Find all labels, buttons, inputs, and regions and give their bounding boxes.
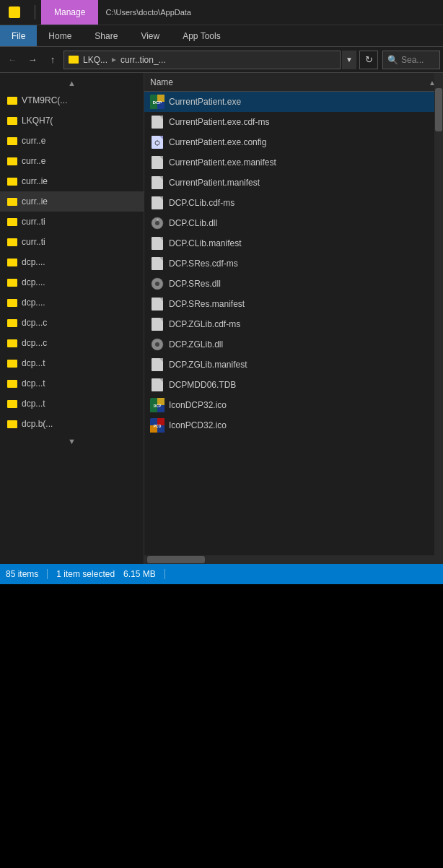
sidebar-item-label-2: curr..e (22, 136, 45, 146)
title-bar: Manage C:\Users\docto\AppData (0, 0, 443, 25)
sidebar-item-13[interactable]: dcp...t (0, 353, 144, 373)
sidebar-item-15[interactable]: dcp...t (0, 394, 144, 414)
dll-icon: ⚙ (151, 217, 164, 230)
breadcrumb-bar[interactable]: LKQ... ► curr..tion_... (63, 51, 341, 69)
horizontal-scrollbar[interactable] (144, 555, 434, 564)
sidebar-item-11[interactable]: dcp...c (0, 313, 144, 333)
manage-tab[interactable]: Manage (41, 0, 98, 25)
file-name-3: CurrentPatient.exe.manifest (169, 157, 276, 168)
file-icon-3 (150, 155, 165, 170)
file-name-6: DCP.CLib.dll (169, 218, 217, 228)
generic-file-icon (152, 196, 163, 209)
back-button[interactable]: ← (3, 51, 22, 69)
file-item-14[interactable]: DCPMDD06.TDB (144, 375, 443, 395)
sidebar-item-label-13: dcp...t (22, 358, 45, 368)
file-item-4[interactable]: CurrentPatient.manifest (144, 173, 443, 193)
sidebar-scroll-up[interactable]: ▲ (0, 76, 144, 90)
file-name-12: DCP.ZGLib.dll (169, 339, 223, 350)
tab-home-label: Home (48, 31, 71, 41)
search-bar[interactable]: 🔍 Sea... (382, 51, 440, 69)
file-item-8[interactable]: DCP.SRes.cdf-ms (144, 253, 443, 274)
file-icon-16: PCD (150, 418, 165, 433)
file-item-0[interactable]: DCP CurrentPatient.exe (144, 92, 443, 112)
title-path-text: C:\Users\docto\AppData (105, 8, 191, 17)
file-item-13[interactable]: DCP.ZGLib.manifest (144, 355, 443, 375)
file-icon-15: DCP (150, 398, 165, 412)
sidebar-item-14[interactable]: dcp...t (0, 373, 144, 394)
file-name-13: DCP.ZGLib.manifest (169, 360, 247, 370)
file-icon-4 (150, 175, 165, 190)
folder-icon (7, 380, 17, 388)
file-item-1[interactable]: CurrentPatient.exe.cdf-ms (144, 112, 443, 132)
sidebar-item-label-8: dcp.... (22, 257, 45, 267)
sidebar-item-10[interactable]: dcp.... (0, 292, 144, 313)
file-icon-9 (150, 277, 165, 291)
file-item-10[interactable]: DCP.SRes.manifest (144, 294, 443, 314)
sidebar-item-5[interactable]: curr..ie (0, 191, 144, 212)
scrollbar-h-thumb[interactable] (147, 556, 205, 563)
file-icon-7 (150, 236, 165, 251)
file-name-11: DCP.ZGLib.cdf-ms (169, 319, 240, 329)
file-item-7[interactable]: DCP.CLib.manifest (144, 233, 443, 253)
folder-icon (7, 339, 17, 347)
folder-icon (7, 137, 17, 145)
file-item-5[interactable]: DCP.CLib.cdf-ms (144, 193, 443, 213)
file-name-8: DCP.SRes.cdf-ms (169, 259, 238, 269)
title-path: C:\Users\docto\AppData (98, 8, 443, 17)
tab-file[interactable]: File (0, 25, 37, 46)
sidebar-item-7[interactable]: curr..ti (0, 232, 144, 252)
file-icon-0: DCP (150, 95, 165, 109)
file-item-16[interactable]: PCD IconPCD32.ico (144, 415, 443, 435)
forward-button[interactable]: → (23, 51, 42, 69)
sidebar-item-label-15: dcp...t (22, 399, 45, 409)
sidebar-item-label-1: LKQH7( (22, 116, 53, 126)
file-item-2[interactable]: CurrentPatient.exe.config (144, 132, 443, 152)
file-icon-1 (150, 115, 165, 129)
file-item-3[interactable]: CurrentPatient.exe.manifest (144, 152, 443, 173)
file-icon-14 (150, 378, 165, 392)
sidebar-item-0[interactable]: VTM9RC(... (0, 90, 144, 110)
refresh-button[interactable]: ↻ (359, 51, 378, 69)
scrollbar-v-thumb[interactable] (435, 88, 442, 131)
sidebar-item-2[interactable]: curr..e (0, 131, 144, 151)
file-item-6[interactable]: ⚙ DCP.CLib.dll (144, 213, 443, 233)
file-item-12[interactable]: DCP.ZGLib.dll (144, 334, 443, 355)
file-name-9: DCP.SRes.dll (169, 279, 221, 289)
folder-icon (7, 360, 17, 368)
tab-apptools[interactable]: App Tools (171, 25, 232, 46)
folder-icon (7, 198, 17, 206)
up-button[interactable]: ↑ (43, 51, 62, 69)
app-icon (9, 6, 20, 18)
file-name-1: CurrentPatient.exe.cdf-ms (169, 117, 269, 127)
sidebar-item-label-14: dcp...t (22, 378, 45, 389)
folder-icon (7, 97, 17, 105)
dll-icon (151, 338, 164, 351)
sidebar-item-16[interactable]: dcp.b(... (0, 414, 144, 434)
generic-file-icon (152, 156, 163, 169)
sidebar-item-12[interactable]: dcp...c (0, 333, 144, 353)
file-name-10: DCP.SRes.manifest (169, 299, 245, 309)
sidebar-item-1[interactable]: LKQH7( (0, 110, 144, 131)
dcp-icon: DCP (150, 95, 165, 109)
status-separator-2 (165, 569, 165, 579)
breadcrumb-dropdown-button[interactable]: ▼ (342, 51, 356, 69)
folder-icon (7, 279, 17, 287)
search-placeholder: Sea... (401, 55, 424, 65)
tab-home[interactable]: Home (37, 25, 83, 46)
file-icon-5 (150, 196, 165, 210)
sidebar-scroll-down[interactable]: ▼ (0, 434, 144, 448)
sidebar-item-6[interactable]: curr..ti (0, 212, 144, 232)
sidebar-item-9[interactable]: dcp.... (0, 272, 144, 292)
generic-file-icon (152, 378, 163, 391)
file-item-15[interactable]: DCP IconDCP32.ico (144, 395, 443, 415)
search-icon: 🔍 (387, 55, 398, 65)
tab-view[interactable]: View (129, 25, 171, 46)
file-item-11[interactable]: DCP.ZGLib.cdf-ms (144, 314, 443, 334)
sidebar-item-8[interactable]: dcp.... (0, 252, 144, 272)
file-icon-10 (150, 297, 165, 311)
file-item-9[interactable]: DCP.SRes.dll (144, 274, 443, 294)
vertical-scrollbar[interactable] (434, 73, 443, 564)
tab-share[interactable]: Share (83, 25, 129, 46)
sidebar-item-3[interactable]: curr..e (0, 151, 144, 171)
sidebar-item-4[interactable]: curr..ie (0, 171, 144, 191)
